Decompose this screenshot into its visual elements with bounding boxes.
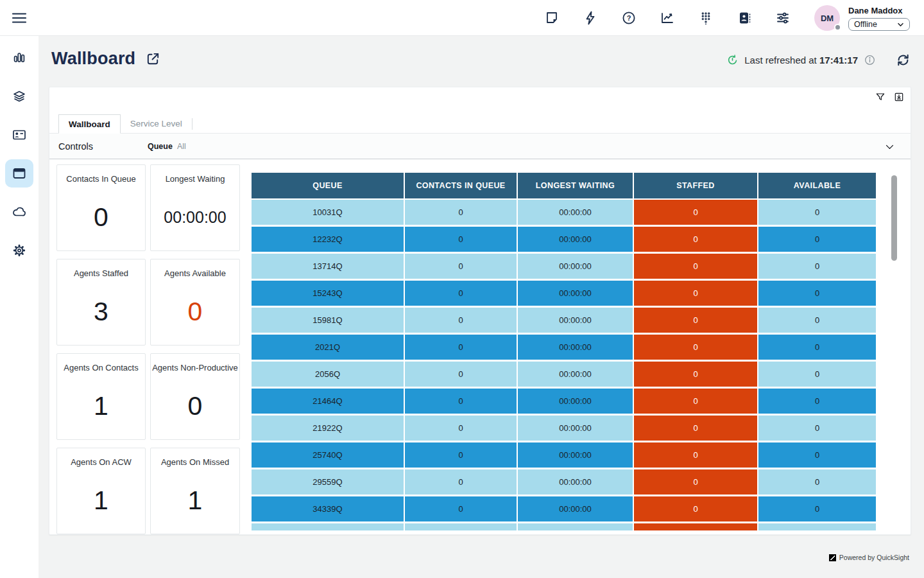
queue-filter-label: Queue [148, 142, 173, 151]
table-cell: 0 [405, 254, 517, 279]
table-cell: 0 [634, 442, 757, 468]
table-scrollbar[interactable] [891, 175, 897, 261]
table-row: 12232Q000:00:0000 [252, 227, 876, 252]
table-cell: 0 [405, 469, 517, 495]
svg-text:?: ? [627, 14, 631, 22]
download-icon[interactable] [894, 92, 904, 102]
metric-label: Agents On ACW [57, 457, 145, 467]
gear-icon [12, 243, 27, 258]
status-select[interactable]: Offline [848, 18, 910, 31]
directory-icon[interactable] [737, 10, 752, 26]
table-cell: 0 [634, 281, 757, 306]
id-card-icon [12, 127, 27, 143]
dashboard-content: Contacts In Queue0Longest Waiting00:00:0… [49, 159, 911, 534]
table-cell: 00:00:00 [518, 254, 633, 279]
table-cell: 0 [405, 308, 517, 333]
layers-icon [12, 89, 27, 104]
chevron-down-icon[interactable] [884, 141, 895, 152]
table-cell: 15243Q [252, 281, 404, 306]
dialpad-icon[interactable] [698, 10, 714, 26]
tab-service-level[interactable]: Service Level [121, 114, 192, 133]
quicksight-logo-icon [829, 554, 836, 561]
queue-table: QUEUECONTACTS IN QUEUELONGEST WAITINGSTA… [252, 173, 876, 530]
table-cell: 00:00:00 [518, 416, 633, 441]
info-icon[interactable] [864, 54, 876, 66]
top-bar: ? [0, 0, 924, 36]
metric-value: 0 [57, 202, 145, 232]
table-row: 21922Q000:00:0000 [252, 416, 876, 441]
table-row: 34339Q000:00:0000 [252, 496, 876, 521]
sidebar-item-wallboard[interactable] [5, 159, 33, 188]
table-cell: 2056Q [252, 362, 404, 387]
metric-card: Agents Staffed3 [56, 259, 146, 346]
column-header[interactable]: STAFFED [634, 173, 757, 198]
settings-sliders-icon[interactable] [775, 10, 791, 26]
table-cell: 0 [758, 308, 876, 333]
help-icon[interactable]: ? [621, 10, 637, 26]
column-header[interactable]: QUEUE [252, 173, 404, 198]
avatar-initials: DM [821, 13, 834, 23]
table-cell: 0 [405, 281, 517, 306]
table-cell: 0 [405, 496, 517, 521]
table-cell: 00:00:00 [518, 389, 633, 414]
metric-value: 00:00:00 [151, 208, 239, 227]
metric-value: 0 [151, 297, 239, 327]
metric-card: Agents Non-Productive0 [150, 353, 240, 440]
metric-card: Longest Waiting00:00:00 [150, 164, 240, 251]
metric-label: Agents Staffed [57, 268, 145, 278]
metric-value: 1 [57, 486, 145, 516]
menu-icon[interactable] [11, 10, 28, 26]
column-header[interactable]: LONGEST WAITING [518, 173, 633, 198]
metric-label: Agents On Contacts [57, 363, 145, 372]
table-cell: 0 [405, 362, 517, 387]
filter-icon[interactable] [875, 92, 886, 102]
metric-card: Agents On Missed1 [150, 448, 240, 534]
chevron-down-icon [897, 22, 904, 27]
dashboard-panel: Wallboard Service Level Controls Queue A… [49, 87, 911, 535]
table-cell: 0 [634, 335, 757, 360]
table-cell: 0 [634, 416, 757, 441]
main-content: Wallboard Last refreshed at 17:41:17 [38, 36, 924, 578]
sidebar-item-layers[interactable] [5, 82, 33, 110]
table-cell: 0 [405, 227, 517, 252]
sidebar-item-contacts[interactable] [5, 121, 33, 149]
table-row: 29559Q000:00:0000 [252, 469, 876, 495]
table-cell: 29559Q [252, 469, 404, 495]
table-cell: 0 [758, 469, 876, 495]
metric-value: 1 [57, 391, 145, 421]
column-header[interactable]: AVAILABLE [758, 173, 876, 198]
metric-card: Agents On ACW1 [56, 448, 146, 534]
table-cell: 00:00:00 [518, 523, 633, 530]
table-cell: 21464Q [252, 389, 404, 414]
table-cell: 00:00:00 [518, 200, 633, 225]
sidebar-item-analytics[interactable] [5, 44, 33, 72]
table-cell: 0 [634, 200, 757, 225]
tab-wallboard[interactable]: Wallboard [58, 114, 121, 134]
sidebar-item-settings[interactable] [5, 236, 33, 265]
status-dot [834, 24, 841, 31]
refresh-icon[interactable] [896, 53, 911, 67]
metrics-icon[interactable] [660, 10, 675, 26]
table-cell: 0 [634, 308, 757, 333]
table-cell: 0 [758, 442, 876, 468]
table-cell: 00:00:00 [518, 469, 633, 495]
controls-label: Controls [58, 141, 93, 152]
avatar[interactable]: DM [814, 5, 840, 31]
table-cell: 0 [758, 335, 876, 360]
quicksight-attribution: Powered by QuickSight [829, 554, 909, 561]
table-cell: 0 [758, 389, 876, 414]
table-row: 2021Q000:00:0000 [252, 335, 876, 360]
quick-actions-icon[interactable] [583, 10, 598, 26]
table-row: 10031Q000:00:0000 [252, 200, 876, 225]
column-header[interactable]: CONTACTS IN QUEUE [405, 173, 517, 198]
table-cell: 0 [405, 389, 517, 414]
sidebar-item-cloud[interactable] [5, 198, 33, 226]
metric-label: Longest Waiting [151, 174, 239, 184]
table-cell: 36239Q [252, 523, 404, 530]
last-refreshed-time: 17:41:17 [819, 55, 858, 66]
table-cell: 34339Q [252, 496, 404, 521]
controls-bar[interactable]: Controls Queue All [49, 134, 911, 159]
external-link-icon[interactable] [146, 51, 160, 66]
table-row: 36239Q000:00:0000 [252, 523, 876, 530]
notes-icon[interactable] [544, 10, 560, 26]
